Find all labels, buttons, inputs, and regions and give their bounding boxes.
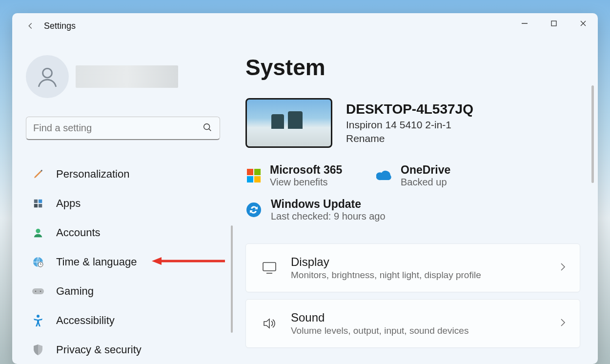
- window-controls: [510, 13, 598, 39]
- minimize-icon: [521, 20, 528, 27]
- service-title: Microsoft 365: [270, 163, 342, 177]
- maximize-button[interactable]: [539, 13, 569, 34]
- card-subtitle: Monitors, brightness, night light, displ…: [291, 270, 559, 281]
- monitor-icon: [260, 262, 279, 274]
- microsoft-logo-icon: [245, 167, 262, 184]
- sidebar-item-label: Accounts: [56, 226, 101, 239]
- chevron-right-icon: [559, 318, 566, 329]
- service-title: OneDrive: [401, 163, 450, 177]
- service-microsoft365[interactable]: Microsoft 365 View benefits: [245, 163, 353, 188]
- svg-rect-7: [34, 200, 38, 203]
- sidebar-item-label: Privacy & security: [56, 344, 142, 356]
- svg-point-4: [43, 68, 52, 78]
- svg-rect-9: [34, 204, 38, 207]
- svg-point-15: [35, 291, 37, 292]
- window-title: Settings: [44, 21, 76, 31]
- sidebar-item-gaming[interactable]: Gaming: [26, 277, 231, 306]
- svg-rect-1: [551, 21, 556, 26]
- service-subtitle: Last checked: 9 hours ago: [271, 211, 386, 222]
- maximize-icon: [550, 20, 557, 27]
- svg-rect-18: [247, 169, 253, 175]
- card-title: Sound: [291, 311, 559, 324]
- svg-rect-23: [263, 263, 276, 271]
- device-name: DESKTOP-4L537JQ: [346, 101, 473, 117]
- content-scrollbar[interactable]: [591, 85, 594, 183]
- sidebar-item-label: Accessibility: [56, 314, 115, 327]
- user-profile[interactable]: [26, 55, 231, 98]
- svg-point-5: [204, 123, 210, 129]
- setting-card-sound[interactable]: Sound Volume levels, output, input, soun…: [245, 299, 580, 348]
- settings-list: Display Monitors, brightness, night ligh…: [245, 243, 598, 348]
- settings-window: Settings: [12, 13, 598, 364]
- sidebar-scrollbar[interactable]: [231, 225, 233, 333]
- titlebar: Settings: [12, 13, 598, 39]
- speaker-icon: [260, 317, 279, 330]
- sidebar-item-label: Time & language: [56, 256, 137, 268]
- card-title: Display: [291, 255, 559, 269]
- svg-line-6: [209, 128, 211, 130]
- sidebar-item-label: Personalization: [56, 168, 129, 181]
- brush-icon: [32, 168, 44, 180]
- person-icon: [32, 227, 44, 238]
- nav-list: Personalization Apps Accounts: [26, 160, 231, 364]
- device-rename-link[interactable]: Rename: [346, 133, 473, 144]
- search-icon: [202, 122, 213, 135]
- svg-rect-10: [39, 204, 42, 207]
- svg-point-11: [36, 229, 40, 233]
- sidebar-item-personalization[interactable]: Personalization: [26, 160, 231, 189]
- setting-card-display[interactable]: Display Monitors, brightness, night ligh…: [245, 243, 580, 292]
- card-subtitle: Volume levels, output, input, sound devi…: [291, 325, 559, 336]
- svg-point-16: [40, 291, 41, 292]
- sidebar-item-label: Apps: [56, 197, 81, 210]
- sidebar-item-accounts[interactable]: Accounts: [26, 218, 231, 247]
- service-onedrive[interactable]: OneDrive Backed up: [376, 163, 484, 188]
- service-title: Windows Update: [271, 198, 386, 211]
- sidebar-item-apps[interactable]: Apps: [26, 189, 231, 218]
- avatar-placeholder-icon: [35, 64, 60, 89]
- avatar: [26, 55, 69, 98]
- device-info: DESKTOP-4L537JQ Inspiron 14 5410 2-in-1 …: [346, 101, 473, 144]
- close-icon: [580, 20, 587, 27]
- device-model: Inspiron 14 5410 2-in-1: [346, 119, 473, 131]
- service-cards: Microsoft 365 View benefits OneDrive Bac…: [245, 163, 598, 188]
- svg-point-17: [37, 315, 40, 318]
- minimize-button[interactable]: [510, 13, 539, 34]
- cloud-icon: [376, 167, 393, 184]
- service-windows-update[interactable]: Windows Update Last checked: 9 hours ago: [245, 198, 598, 222]
- service-subtitle: View benefits: [270, 177, 342, 188]
- svg-point-22: [246, 202, 261, 217]
- gamepad-icon: [32, 287, 44, 296]
- accessibility-icon: [32, 315, 44, 326]
- svg-rect-8: [39, 200, 42, 203]
- service-subtitle: Backed up: [401, 177, 450, 188]
- shield-icon: [32, 344, 44, 356]
- device-thumbnail[interactable]: [245, 98, 332, 148]
- sidebar: Personalization Apps Accounts: [12, 39, 237, 364]
- apps-icon: [32, 198, 44, 209]
- window-body: Personalization Apps Accounts: [12, 39, 598, 364]
- svg-rect-21: [254, 176, 261, 182]
- search-input[interactable]: [33, 122, 202, 134]
- device-summary: DESKTOP-4L537JQ Inspiron 14 5410 2-in-1 …: [245, 98, 598, 148]
- globe-clock-icon: [32, 256, 44, 268]
- search-box[interactable]: [26, 117, 220, 140]
- sidebar-item-privacy[interactable]: Privacy & security: [26, 335, 231, 364]
- sidebar-item-accessibility[interactable]: Accessibility: [26, 306, 231, 335]
- user-name-placeholder: [76, 65, 178, 88]
- sidebar-item-time-language[interactable]: Time & language: [26, 247, 231, 277]
- back-button[interactable]: [24, 20, 37, 32]
- sync-icon: [245, 202, 262, 218]
- svg-rect-14: [32, 288, 44, 294]
- page-heading: System: [245, 54, 598, 81]
- svg-rect-19: [254, 169, 261, 175]
- sidebar-item-label: Gaming: [56, 285, 94, 298]
- main-content: System DESKTOP-4L537JQ Inspiron 14 5410 …: [237, 39, 598, 364]
- chevron-right-icon: [559, 262, 566, 274]
- back-arrow-icon: [25, 20, 36, 31]
- close-button[interactable]: [569, 13, 598, 34]
- svg-rect-20: [247, 176, 253, 182]
